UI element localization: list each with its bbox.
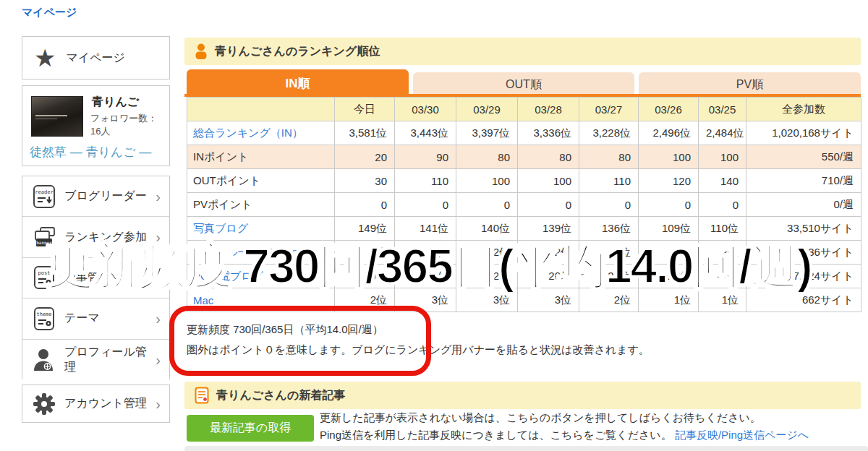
value-cell: 22位 [456, 265, 518, 288]
value-cell: 2位 [579, 241, 639, 265]
tab-in[interactable]: IN順 [187, 69, 409, 97]
chevron-right-icon: › [156, 189, 161, 204]
update-frequency-text: 更新頻度 730回/365日（平均14.0回/週） [187, 323, 383, 337]
fetch-latest-articles-button[interactable]: 最新記事の取得 [187, 415, 314, 442]
sidebar-item-profile-manage[interactable]: プロフィール管理 › [22, 340, 169, 380]
value-cell: 80 [518, 145, 579, 169]
value-cell: 3,581位 [335, 121, 395, 145]
value-cell: 0 [579, 193, 639, 217]
value-cell: 2位 [579, 288, 639, 312]
sidebar-item-blog-reader[interactable]: reader ブログリーダー › [22, 176, 169, 217]
value-cell: 3,336位 [518, 121, 579, 145]
column-header: 03/29 [456, 98, 518, 121]
person-icon [195, 43, 208, 59]
value-cell: 2位 [699, 241, 746, 265]
articles-help-text: 更新した記事が表示されない場合は、こちらのボタンを押してしばらくお待ちください。… [320, 409, 809, 444]
red-annotation-circle [169, 306, 431, 376]
column-header [187, 98, 335, 121]
value-cell: 100 [639, 145, 699, 169]
svg-text:banner: banner [36, 240, 52, 245]
svg-text:reader: reader [35, 189, 53, 195]
chevron-right-icon: › [156, 270, 161, 285]
chevron-right-icon: › [156, 312, 161, 326]
category-link[interactable]: 写真ブログ [187, 217, 335, 241]
value-cell: 1位 [699, 288, 746, 312]
svg-text:theme: theme [36, 312, 51, 317]
value-cell: 136位 [579, 217, 639, 241]
value-cell: 3,397位 [456, 121, 518, 145]
profile-icon [31, 348, 57, 372]
column-header: 03/28 [518, 98, 579, 121]
value-cell: 710/週 [746, 169, 861, 193]
breadcrumb[interactable]: マイページ [22, 6, 77, 20]
sidebar-menu: reader ブログリーダー › banner ランキング参加 [22, 176, 170, 379]
value-cell: 0 [639, 193, 699, 217]
value-cell: 120 [639, 169, 699, 193]
sidebar-profile-box: 青りんご フォロワー数： 16人 徒然草 ― 青りんご ― [22, 85, 170, 166]
category-link[interactable]: Mac [187, 288, 335, 312]
column-header: 03/25 [699, 98, 746, 121]
follower-count: フォロワー数： 16人 [90, 112, 169, 138]
mypage-screen: マイページ ★ マイページ 青りんご フォロワー数： 16人 徒然草 ― 青りん… [0, 0, 868, 451]
value-cell: 3位 [395, 288, 456, 312]
value-cell: 100 [699, 145, 746, 169]
post-icon: post [31, 265, 57, 290]
value-cell: 20位 [518, 265, 579, 288]
value-cell: 80 [456, 145, 518, 169]
value-cell: 2位 [639, 241, 699, 265]
articles-title: 青りんごさんの新着記事 [216, 388, 345, 403]
value-cell: 2,496位 [639, 121, 699, 145]
value-cell: 22位 [639, 265, 699, 288]
ranking-section-header: 青りんごさんのランキング順位 [184, 38, 861, 65]
sidebar-mypage-box[interactable]: ★ マイページ [22, 36, 170, 80]
article-icon [195, 387, 209, 404]
ping-page-link[interactable]: 記事反映/Ping送信ページへ [675, 429, 809, 441]
sidebar-item-ranking-join[interactable]: banner ランキング参加 › [22, 217, 169, 257]
sidebar-item-post-manage[interactable]: post 記事管理 › [22, 258, 169, 298]
value-cell: 110 [579, 169, 639, 193]
value-cell: 14位 [395, 265, 456, 288]
chevron-right-icon: › [156, 230, 161, 244]
sidebar-mypage-label: マイページ [66, 51, 125, 66]
chevron-right-icon: › [156, 397, 161, 411]
sidebar-item-theme[interactable]: theme テーマ › [22, 298, 169, 339]
category-link[interactable]: デジタル一眼（Nikon） [187, 241, 335, 265]
value-cell: 3位 [518, 288, 579, 312]
category-link[interactable]: 総合ランキング（IN） [187, 121, 335, 145]
profile-name: 青りんご [92, 95, 139, 110]
value-cell: 3位 [456, 288, 518, 312]
value-cell: 2,484位 [699, 121, 746, 145]
value-cell: 3,443位 [395, 121, 456, 145]
star-icon: ★ [34, 46, 56, 70]
value-cell: 149位 [335, 217, 395, 241]
sidebar-account-box: アカウント管理 › [22, 385, 170, 423]
value-cell: 536サイト [746, 241, 861, 265]
value-cell: 1位 [639, 288, 699, 312]
tab-out[interactable]: OUT順 [413, 72, 634, 97]
value-cell: 24位 [579, 265, 639, 288]
sidebar-item-account-manage[interactable]: アカウント管理 › [22, 385, 169, 422]
tab-pv[interactable]: PV順 [639, 72, 861, 97]
table-row: 写真ブログ149位141位140位139位136位109位110位33,510サ… [187, 217, 861, 241]
value-cell: 90 [395, 145, 456, 169]
value-cell: 20 [335, 145, 395, 169]
column-header: 03/30 [395, 98, 456, 121]
table-row: デジタル一眼（Nikon）2位2位2位2位2位2位2位536サイト [187, 241, 861, 265]
row-label: PVポイント [187, 193, 335, 217]
column-header: 今日 [335, 98, 395, 121]
table-row: PC家電ブログ19位14位22位20位24位22位21位7,324サイト [187, 265, 861, 288]
value-cell: 140 [699, 169, 746, 193]
value-cell: 2位 [335, 241, 395, 265]
table-row: OUTポイント30110100100110120140710/週 [187, 169, 861, 193]
ranking-tabs: IN順OUT順PV順 [187, 69, 861, 97]
category-link[interactable]: PC家電ブログ [187, 265, 335, 288]
value-cell: 140位 [456, 217, 518, 241]
value-cell: 19位 [335, 265, 395, 288]
value-cell: 2位 [395, 241, 456, 265]
value-cell: 662サイト [746, 288, 861, 312]
ranking-title: 青りんごさんのランキング順位 [215, 44, 380, 59]
value-cell: 0 [335, 193, 395, 217]
value-cell: 0/週 [746, 193, 861, 217]
value-cell: 33,510サイト [746, 217, 861, 241]
blog-title-link[interactable]: 徒然草 ― 青りんご ― [30, 144, 151, 160]
